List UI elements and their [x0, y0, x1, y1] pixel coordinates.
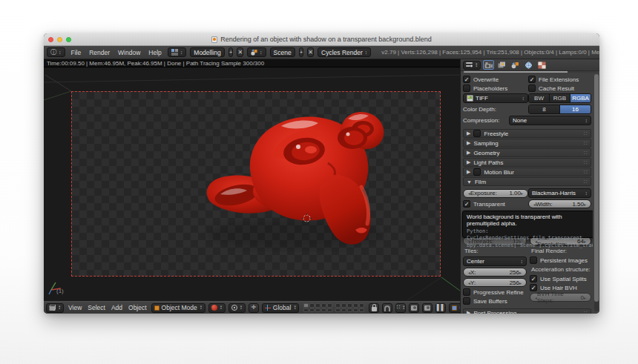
depth-16-button[interactable]: 16: [560, 105, 591, 113]
placeholders-checkbox[interactable]: [463, 85, 470, 92]
motion-blur-checkbox[interactable]: [473, 168, 481, 176]
window-zoom-button[interactable]: [66, 37, 71, 42]
filter-width-slider[interactable]: ◂ Width: 1.50 ▸: [528, 199, 591, 208]
viewport-editor-icon: [49, 305, 56, 311]
properties-scrollbar[interactable]: [594, 74, 599, 311]
viewport-shading-select[interactable]: ↕: [208, 303, 226, 313]
add-scene-button[interactable]: +: [299, 47, 304, 57]
persistent-images-label: Persistent Images: [540, 257, 588, 264]
save-buffers-checkbox[interactable]: [463, 297, 470, 305]
chevron-updown-icon: ↕: [200, 305, 203, 311]
menu-file[interactable]: File: [69, 49, 84, 56]
channels-rgb-button[interactable]: RGB: [550, 94, 570, 102]
pixel-filter-select[interactable]: Blackman-Harris ↕: [528, 188, 591, 198]
transparent-checkbox[interactable]: [463, 200, 470, 208]
use-hair-bvh-checkbox[interactable]: [530, 284, 537, 291]
progressive-refine-checkbox[interactable]: [463, 288, 470, 296]
tile-y-field[interactable]: ◂ Y: 256 ▸: [463, 278, 527, 287]
menu-select[interactable]: Select: [86, 304, 107, 311]
scene-field[interactable]: Scene: [270, 47, 295, 57]
editor-type-select[interactable]: ↕: [46, 303, 64, 313]
persistent-images-checkbox[interactable]: [530, 257, 537, 264]
cache-result-checkbox[interactable]: [528, 85, 536, 92]
scene-statistics: v2.79 | Verts:126,298 | Faces:125,954 | …: [381, 49, 599, 56]
tile-order-select[interactable]: Center ↕: [463, 257, 527, 266]
panel-motion-blur[interactable]: ▶ Motion Blur ∷: [463, 168, 591, 176]
overwrite-checkbox[interactable]: [463, 76, 470, 83]
tab-render-layers[interactable]: [496, 60, 507, 70]
tab-texture[interactable]: [536, 60, 547, 70]
color-depth-label: Color Depth:: [463, 106, 496, 113]
manipulator-toggle[interactable]: ✛: [249, 303, 259, 313]
panel-film[interactable]: ▼ Film ∷: [463, 177, 591, 186]
scene-lock-toggle[interactable]: [369, 303, 379, 313]
compression-value: None: [513, 117, 527, 124]
editor-type-select[interactable]: ↕: [463, 61, 481, 70]
screen-layout-browse-button[interactable]: ↕: [168, 47, 187, 57]
increment-arrow-icon[interactable]: ▸: [519, 270, 522, 275]
menu-view[interactable]: View: [67, 304, 83, 311]
menu-object[interactable]: Object: [127, 304, 148, 311]
render-still-button[interactable]: [409, 303, 419, 313]
scene-browse-button[interactable]: ↕: [247, 47, 266, 57]
menu-window[interactable]: Window: [116, 49, 142, 56]
panel-post-processing[interactable]: ▶ Post Processing ∷: [463, 308, 591, 314]
panel-sampling[interactable]: ▶ Sampling ∷: [463, 139, 591, 148]
layer-1[interactable]: [303, 303, 309, 308]
camera-animation-icon: [424, 305, 430, 311]
snap-toggle[interactable]: [382, 303, 392, 313]
editor-type-select[interactable]: ⓘ ↕: [47, 47, 65, 57]
layer-selector[interactable]: [303, 303, 364, 312]
bvh-time-steps-slider[interactable]: ◂ BVH Time Steps: 0 ▸: [530, 293, 591, 302]
increment-arrow-icon[interactable]: ▸: [521, 191, 523, 196]
chevron-updown-icon: ↕: [402, 305, 405, 311]
delete-scene-button[interactable]: ✕: [307, 47, 314, 57]
exposure-slider[interactable]: ◂ Exposure: 1.00 ▸: [463, 189, 528, 198]
render-animation-button[interactable]: [422, 303, 433, 313]
snap-element-select[interactable]: ∷ ↕: [395, 303, 406, 313]
transform-orientation-select[interactable]: Global ↕: [262, 303, 300, 313]
menu-add[interactable]: Add: [110, 304, 124, 311]
channels-rgba-button[interactable]: RGBA: [570, 94, 591, 102]
file-extensions-label: File Extensions: [539, 76, 579, 83]
window-minimize-button[interactable]: [57, 37, 62, 42]
tile-order-value: Center: [467, 258, 484, 265]
pivot-point-select[interactable]: ↕: [228, 303, 246, 313]
file-extensions-checkbox[interactable]: [528, 76, 536, 83]
pause-render-button[interactable]: ▌▌: [435, 303, 446, 313]
tile-x-value: 256: [510, 269, 519, 276]
layer-group-1[interactable]: [303, 303, 332, 312]
increment-arrow-icon[interactable]: ▸: [584, 295, 586, 300]
use-spatial-splits-checkbox[interactable]: [530, 275, 537, 282]
panel-freestyle[interactable]: ▶ Freestyle ∷: [463, 129, 591, 138]
tab-render[interactable]: [483, 60, 494, 70]
increment-arrow-icon[interactable]: ▸: [584, 202, 586, 207]
compression-select[interactable]: None ↕: [509, 116, 591, 125]
render-engine-select[interactable]: Cycles Render ↕: [318, 47, 371, 57]
object-mode-select[interactable]: Object Mode ↕: [151, 303, 205, 313]
menu-help[interactable]: Help: [146, 49, 163, 56]
panel-label: Film: [475, 179, 486, 185]
titlebar: Rendering of an object with shadow on a …: [44, 33, 599, 46]
panel-geometry[interactable]: ▶ Geometry ∷: [463, 148, 591, 157]
viewport-header: ↕ View Select Add Object Object Mode ↕ ↕: [44, 301, 460, 314]
panel-grip-icon: ∷: [584, 179, 588, 185]
freestyle-checkbox[interactable]: [473, 130, 481, 137]
tile-x-field[interactable]: ◂ X: 256 ▸: [463, 268, 527, 277]
file-format-select[interactable]: TIFF ↕: [463, 93, 528, 103]
depth-8-button[interactable]: 8: [529, 105, 560, 113]
channels-bw-button[interactable]: BW: [529, 94, 550, 102]
layer-group-2[interactable]: [335, 303, 364, 312]
scrollbar-thumb[interactable]: [594, 74, 599, 302]
screen-layout-field[interactable]: Modelling: [190, 47, 224, 57]
delete-layout-button[interactable]: ✕: [237, 47, 243, 57]
info-header: ⓘ ↕ File Render Window Help ↕ Modelling …: [44, 46, 599, 59]
add-layout-button[interactable]: +: [228, 47, 234, 57]
tab-scene[interactable]: [510, 60, 521, 70]
viewport-canvas[interactable]: (1): [44, 67, 460, 300]
panel-light-paths[interactable]: ▶ Light Paths ∷: [463, 158, 591, 167]
tab-world[interactable]: [523, 60, 534, 70]
increment-arrow-icon[interactable]: ▸: [519, 280, 522, 285]
window-close-button[interactable]: [48, 37, 53, 42]
menu-render[interactable]: Render: [87, 49, 112, 56]
